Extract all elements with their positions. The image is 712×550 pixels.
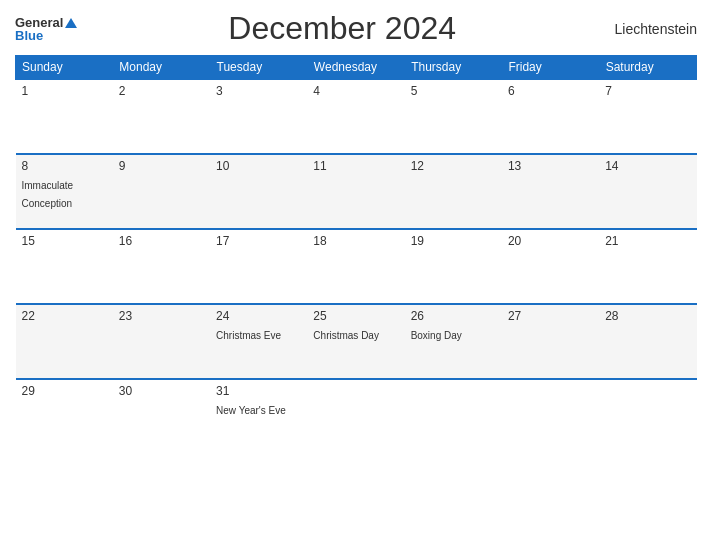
day-cell-w1-d2: 2: [113, 79, 210, 154]
day-number: 31: [216, 384, 301, 398]
day-number: 1: [22, 84, 107, 98]
day-cell-w4-d1: 22: [16, 304, 113, 379]
day-cell-w3-d4: 18: [307, 229, 404, 304]
day-cell-w3-d6: 20: [502, 229, 599, 304]
day-cell-w2-d3: 10: [210, 154, 307, 229]
day-number: 22: [22, 309, 107, 323]
day-cell-w2-d7: 14: [599, 154, 696, 229]
week-row-5: 293031New Year's Eve: [16, 379, 697, 444]
day-cell-w1-d4: 4: [307, 79, 404, 154]
day-cell-w3-d1: 15: [16, 229, 113, 304]
day-number: 29: [22, 384, 107, 398]
day-number: 5: [411, 84, 496, 98]
day-cell-w3-d7: 21: [599, 229, 696, 304]
day-cell-w1-d5: 5: [405, 79, 502, 154]
day-cell-w2-d1: 8Immaculate Conception: [16, 154, 113, 229]
day-cell-w5-d6: [502, 379, 599, 444]
day-cell-w2-d6: 13: [502, 154, 599, 229]
logo-blue-text: Blue: [15, 29, 77, 42]
header-thursday: Thursday: [405, 56, 502, 80]
day-number: 23: [119, 309, 204, 323]
logo-triangle-icon: [65, 18, 77, 28]
holiday-name: Immaculate Conception: [22, 180, 74, 209]
day-cell-w1-d7: 7: [599, 79, 696, 154]
day-number: 10: [216, 159, 301, 173]
day-number: 8: [22, 159, 107, 173]
day-cell-w1-d1: 1: [16, 79, 113, 154]
day-cell-w4-d2: 23: [113, 304, 210, 379]
day-number: 9: [119, 159, 204, 173]
day-cell-w4-d3: 24Christmas Eve: [210, 304, 307, 379]
calendar-container: General Blue December 2024 Liechtenstein…: [0, 0, 712, 550]
day-number: 14: [605, 159, 690, 173]
day-number: 19: [411, 234, 496, 248]
header-friday: Friday: [502, 56, 599, 80]
day-cell-w5-d1: 29: [16, 379, 113, 444]
day-cell-w1-d3: 3: [210, 79, 307, 154]
day-number: 18: [313, 234, 398, 248]
day-number: 28: [605, 309, 690, 323]
day-cell-w3-d5: 19: [405, 229, 502, 304]
day-number: 20: [508, 234, 593, 248]
country-name: Liechtenstein: [607, 21, 697, 37]
day-number: 6: [508, 84, 593, 98]
day-number: 27: [508, 309, 593, 323]
header-monday: Monday: [113, 56, 210, 80]
day-cell-w4-d7: 28: [599, 304, 696, 379]
day-cell-w5-d7: [599, 379, 696, 444]
holiday-name: New Year's Eve: [216, 405, 286, 416]
day-number: 16: [119, 234, 204, 248]
day-number: 7: [605, 84, 690, 98]
header-tuesday: Tuesday: [210, 56, 307, 80]
holiday-name: Boxing Day: [411, 330, 462, 341]
day-number: 12: [411, 159, 496, 173]
day-cell-w5-d2: 30: [113, 379, 210, 444]
day-cell-w4-d6: 27: [502, 304, 599, 379]
month-title: December 2024: [77, 10, 607, 47]
day-cell-w3-d3: 17: [210, 229, 307, 304]
day-cell-w2-d5: 12: [405, 154, 502, 229]
day-number: 25: [313, 309, 398, 323]
header-sunday: Sunday: [16, 56, 113, 80]
week-row-2: 8Immaculate Conception91011121314: [16, 154, 697, 229]
day-number: 4: [313, 84, 398, 98]
holiday-name: Christmas Day: [313, 330, 379, 341]
day-number: 2: [119, 84, 204, 98]
calendar-table: Sunday Monday Tuesday Wednesday Thursday…: [15, 55, 697, 444]
day-cell-w4-d5: 26Boxing Day: [405, 304, 502, 379]
day-cell-w5-d3: 31New Year's Eve: [210, 379, 307, 444]
week-row-4: 222324Christmas Eve25Christmas Day26Boxi…: [16, 304, 697, 379]
day-number: 26: [411, 309, 496, 323]
day-number: 13: [508, 159, 593, 173]
day-cell-w3-d2: 16: [113, 229, 210, 304]
day-number: 24: [216, 309, 301, 323]
day-cell-w1-d6: 6: [502, 79, 599, 154]
day-cell-w4-d4: 25Christmas Day: [307, 304, 404, 379]
header-saturday: Saturday: [599, 56, 696, 80]
weekday-header-row: Sunday Monday Tuesday Wednesday Thursday…: [16, 56, 697, 80]
day-cell-w5-d5: [405, 379, 502, 444]
logo: General Blue: [15, 16, 77, 42]
day-number: 3: [216, 84, 301, 98]
day-number: 30: [119, 384, 204, 398]
day-number: 11: [313, 159, 398, 173]
day-cell-w2-d4: 11: [307, 154, 404, 229]
logo-general-text: General: [15, 16, 77, 29]
day-cell-w2-d2: 9: [113, 154, 210, 229]
day-number: 17: [216, 234, 301, 248]
header-wednesday: Wednesday: [307, 56, 404, 80]
calendar-header: General Blue December 2024 Liechtenstein: [15, 10, 697, 47]
holiday-name: Christmas Eve: [216, 330, 281, 341]
day-number: 15: [22, 234, 107, 248]
day-number: 21: [605, 234, 690, 248]
day-cell-w5-d4: [307, 379, 404, 444]
week-row-1: 1234567: [16, 79, 697, 154]
week-row-3: 15161718192021: [16, 229, 697, 304]
